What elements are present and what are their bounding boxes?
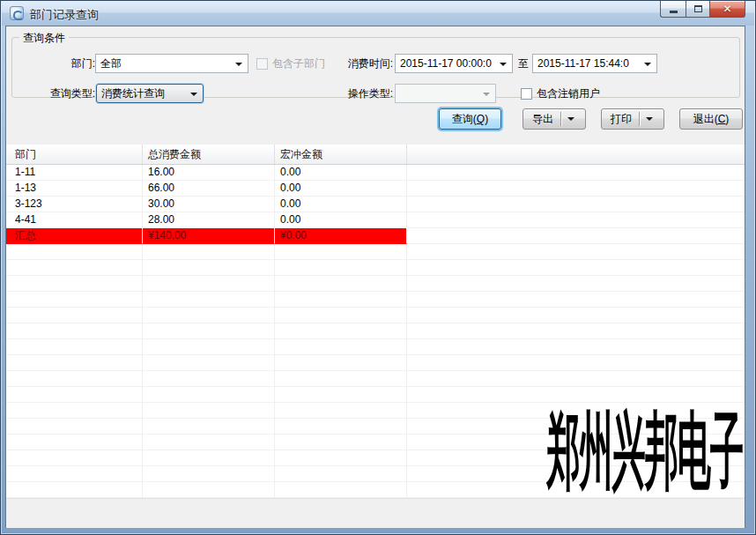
cell: 66.00	[143, 181, 275, 197]
cell	[143, 387, 275, 403]
column-header-department[interactable]: 部门	[6, 145, 143, 164]
window-title: 部门记录查询	[30, 7, 99, 23]
cell	[407, 339, 745, 355]
cell	[143, 323, 275, 339]
table-row[interactable]: 1-1116.000.00	[6, 165, 745, 181]
cell	[275, 339, 407, 355]
empty-row	[6, 244, 745, 260]
maximize-button[interactable]	[686, 1, 710, 18]
print-button[interactable]: 打印	[601, 108, 664, 130]
cell	[407, 181, 745, 197]
empty-row	[6, 292, 745, 308]
cell: 3-123	[6, 197, 143, 212]
time-from-select[interactable]: 2015-11-17 00:00:0	[395, 54, 513, 73]
empty-row	[6, 371, 745, 387]
empty-row	[6, 323, 745, 339]
cell	[407, 244, 745, 260]
cell	[407, 228, 745, 244]
table-row[interactable]: 4-4128.000.00	[6, 212, 745, 228]
close-icon: ✕	[723, 2, 731, 17]
department-label: 部门:	[25, 56, 95, 71]
cell: 16.00	[143, 165, 275, 181]
title-bar[interactable]: 部门记录查询 ✕	[2, 1, 754, 26]
cell	[6, 292, 143, 308]
department-select[interactable]: 全部	[95, 54, 248, 73]
cell	[275, 292, 407, 308]
department-value: 全部	[100, 57, 122, 70]
cell	[6, 371, 143, 387]
cell	[143, 419, 275, 435]
cell	[275, 435, 407, 450]
cell: 1-13	[6, 181, 143, 197]
cell	[6, 482, 143, 498]
results-table[interactable]: 部门 总消费金额 宏冲金额 1-1116.000.001-1366.000.00…	[6, 145, 745, 498]
cell	[143, 244, 275, 260]
cell	[6, 403, 143, 419]
cell	[275, 482, 407, 498]
cell	[275, 323, 407, 339]
cell	[275, 419, 407, 435]
chevron-down-icon	[646, 117, 653, 121]
operation-type-label: 操作类型:	[330, 86, 393, 100]
chevron-down-icon	[483, 93, 490, 96]
cell: 4-41	[6, 212, 143, 228]
time-from-value: 2015-11-17 00:00:0	[400, 57, 492, 70]
query-button-mnemonic: Q	[477, 113, 485, 125]
print-button-label: 打印	[611, 112, 632, 127]
empty-row	[6, 339, 745, 355]
cell: 汇总	[6, 228, 143, 244]
chevron-down-icon	[190, 93, 197, 96]
cell	[6, 419, 143, 435]
minimize-button[interactable]	[660, 1, 686, 18]
table-row[interactable]: 3-12330.000.00	[6, 197, 745, 212]
cell	[143, 403, 275, 419]
cell	[275, 403, 407, 419]
cell	[143, 276, 275, 292]
query-type-value: 消费统计查询	[101, 87, 165, 100]
consume-time-label: 消费时间:	[330, 56, 393, 71]
cell	[275, 260, 407, 276]
export-button[interactable]: 导出	[523, 108, 586, 130]
minimize-icon	[670, 11, 678, 13]
cell	[407, 260, 745, 276]
column-header-flush-amount[interactable]: 宏冲金额	[275, 145, 407, 164]
query-button[interactable]: 查询(Q)	[439, 108, 501, 130]
chevron-down-icon	[644, 63, 651, 66]
cell	[6, 387, 143, 403]
summary-row[interactable]: 汇总¥140.00¥0.00	[6, 228, 745, 244]
include-cancelled-users-label: 包含注销用户	[537, 86, 600, 100]
cell	[407, 212, 745, 228]
cell: 0.00	[275, 165, 407, 181]
operation-type-select[interactable]	[395, 84, 496, 103]
cell	[143, 308, 275, 323]
cell	[143, 482, 275, 498]
cell	[6, 435, 143, 450]
cell	[143, 450, 275, 466]
app-window: 部门记录查询 ✕ 查询条件 部门: 全部 包含子部门 消费时间:	[0, 0, 756, 535]
query-button-label-suffix: )	[485, 113, 488, 125]
column-header-total-amount[interactable]: 总消费金额	[143, 145, 275, 164]
time-to-select[interactable]: 2015-11-17 15:44:0	[532, 54, 657, 73]
exit-button[interactable]: 退出(C)	[679, 108, 743, 130]
query-type-select[interactable]: 消费统计查询	[96, 84, 204, 103]
table-row[interactable]: 1-1366.000.00	[6, 181, 745, 197]
cell	[275, 276, 407, 292]
cell: ¥0.00	[275, 228, 407, 244]
include-cancelled-users-checkbox[interactable]	[521, 88, 532, 100]
watermark: 郑州兴邦电子	[546, 409, 743, 493]
cell	[275, 308, 407, 323]
close-button[interactable]: ✕	[710, 1, 745, 18]
empty-row	[6, 387, 745, 403]
empty-row	[6, 276, 745, 292]
cell	[143, 355, 275, 371]
window-controls: ✕	[660, 1, 745, 18]
cell	[6, 323, 143, 339]
exit-button-mnemonic: C	[718, 113, 726, 125]
include-subdepartment-checkbox[interactable]	[256, 58, 268, 70]
cell: 0.00	[275, 212, 407, 228]
cell	[6, 466, 143, 482]
table-header[interactable]: 部门 总消费金额 宏冲金额	[6, 145, 745, 165]
exit-button-label: 退出(	[693, 112, 718, 127]
split-divider	[639, 112, 640, 126]
to-label: 至	[516, 56, 530, 71]
